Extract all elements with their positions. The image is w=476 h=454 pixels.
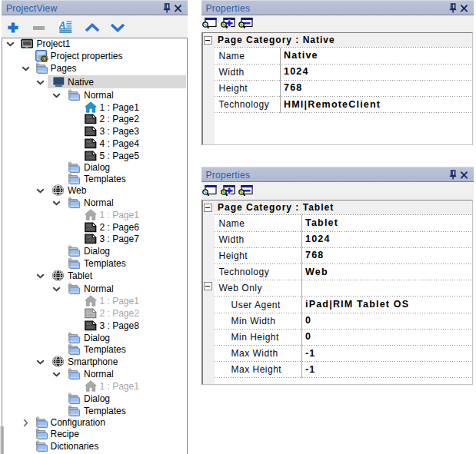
svg-text:A: A [59, 21, 65, 31]
